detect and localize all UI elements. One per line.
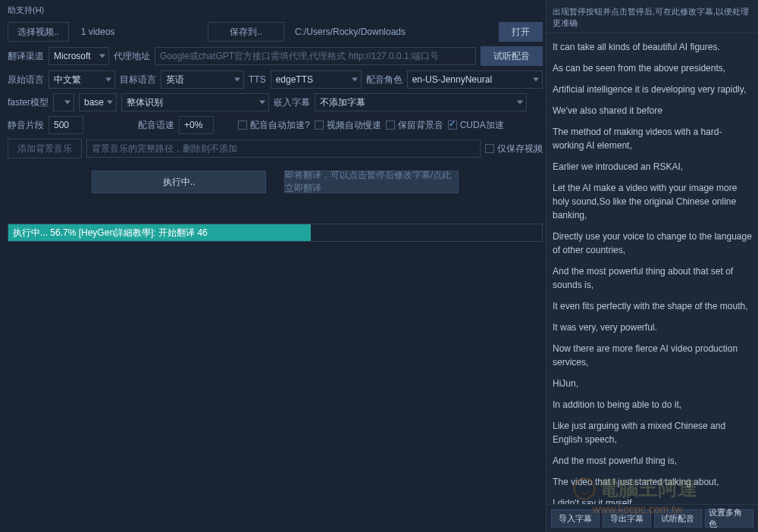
subtitle-line[interactable]: In addition to being able to do it, xyxy=(553,394,752,415)
export-subtitle-button[interactable]: 导出字幕 xyxy=(603,509,651,527)
embed-combo[interactable]: 不添加字幕 xyxy=(315,93,527,111)
tgt-lang-combo[interactable]: 英语 xyxy=(161,70,244,89)
subtitle-line[interactable]: Now there are more fierce AI video produ… xyxy=(553,338,752,373)
add-bgm-button[interactable]: 添加背景音乐 xyxy=(8,139,82,158)
row-options: 静音片段 500 配音语速 +0% 配音自动加速? 视频自动慢速 保留背景音 C… xyxy=(8,116,543,134)
subtitle-line[interactable]: It can take all kinds of beautiful AI fi… xyxy=(553,36,752,58)
auto-voice-speed-checkbox[interactable]: 配音自动加速? xyxy=(238,119,310,132)
subtitle-line[interactable]: And the most powerful thing about that s… xyxy=(553,261,752,296)
chevron-down-icon xyxy=(352,78,358,82)
subtitle-line[interactable]: I didn't say it myself. xyxy=(553,493,752,504)
keep-bg-checkbox[interactable]: 保留背景音 xyxy=(386,119,443,132)
import-subtitle-button[interactable]: 导入字幕 xyxy=(551,509,600,527)
execute-button[interactable]: 执行中.. xyxy=(92,171,266,193)
chevron-down-icon xyxy=(234,78,240,82)
subtitle-line[interactable]: And the most powerful thing is, xyxy=(553,450,752,471)
cuda-checkbox[interactable]: CUDA加速 xyxy=(448,119,504,132)
recog-combo[interactable]: 整体识别 xyxy=(121,93,269,111)
only-save-video-checkbox[interactable]: 仅保存视频 xyxy=(485,142,543,155)
multi-role-button[interactable]: 设置多角色 xyxy=(705,509,753,527)
progress-text: 执行中... 56.7% [HeyGen詳細教學]: 开始翻译 46 xyxy=(8,224,542,241)
model-kind-label: faster模型 xyxy=(8,96,49,109)
chevron-down-icon xyxy=(517,101,523,105)
row-bgm: 添加背景音乐 背景音乐的完整路径，删除则不添加 仅保存视频 xyxy=(8,139,543,158)
save-path: C:/Users/Rocky/Downloads xyxy=(289,27,406,37)
subtitle-line[interactable]: Artificial intelligence it is developing… xyxy=(553,79,752,100)
subtitle-line[interactable]: HiJun, xyxy=(553,373,752,394)
checkbox-icon xyxy=(448,120,457,130)
chevron-down-icon xyxy=(64,101,70,105)
voice-combo[interactable]: en-US-JennyNeural xyxy=(407,70,543,89)
menu-help[interactable]: 助支持(H) xyxy=(8,3,543,22)
test-voice-button-footer[interactable]: 试听配音 xyxy=(654,509,703,527)
pause-translate-button[interactable]: 即将翻译，可以点击暂停后修改字幕/点此立即翻译 xyxy=(284,171,459,193)
subtitle-line[interactable]: It was very, very powerful. xyxy=(553,317,752,338)
subtitle-line[interactable]: It even fits perfectly with the shape of… xyxy=(553,296,752,317)
chevron-down-icon xyxy=(99,55,105,58)
model-combo[interactable]: base xyxy=(79,93,117,111)
silence-label: 静音片段 xyxy=(8,119,44,132)
bgm-path-input[interactable]: 背景音乐的完整路径，删除则不添加 xyxy=(86,139,481,158)
src-lang-combo[interactable]: 中文繁 xyxy=(49,70,115,89)
channel-label: 翻译渠道 xyxy=(8,50,44,63)
tgt-lang-label: 目标语言 xyxy=(120,74,156,86)
checkbox-icon xyxy=(485,144,494,153)
row-channel: 翻译渠道 Microsoft 代理地址 Google或chatGPT官方接口需填… xyxy=(8,46,543,66)
row-video: 选择视频.. 1 videos 保存到.. C:/Users/Rocky/Dow… xyxy=(8,22,543,42)
speed-input[interactable]: +0% xyxy=(179,116,214,134)
open-button[interactable]: 打开 xyxy=(499,22,543,42)
silence-input[interactable]: 500 xyxy=(49,116,83,134)
tts-combo[interactable]: edgeTTS xyxy=(271,70,362,89)
channel-combo[interactable]: Microsoft xyxy=(49,47,109,65)
test-voice-button[interactable]: 试听配音 xyxy=(481,46,543,66)
model-kind-combo[interactable] xyxy=(53,93,74,111)
tts-label: TTS xyxy=(249,74,266,85)
progress-bar: 执行中... 56.7% [HeyGen詳細教學]: 开始翻译 46 xyxy=(8,224,543,242)
subtitle-line[interactable]: Earlier we introduced an RSKAI, xyxy=(553,156,752,177)
subtitle-line[interactable]: Like just arguing with a mixed Chinese a… xyxy=(553,415,752,450)
embed-label: 嵌入字幕 xyxy=(274,96,310,109)
subtitle-line[interactable]: The method of making videos with a hard-… xyxy=(553,121,752,156)
chevron-down-icon xyxy=(105,78,111,82)
speed-label: 配音语速 xyxy=(138,119,174,132)
save-to-button[interactable]: 保存到.. xyxy=(208,22,284,42)
subtitle-line[interactable]: We've also shared it before xyxy=(553,100,752,121)
subtitle-list[interactable]: It can take all kinds of beautiful AI fi… xyxy=(547,33,758,504)
subtitle-line[interactable]: Let the AI make a video with your image … xyxy=(553,177,752,226)
subtitle-line[interactable]: The video that I just started talking ab… xyxy=(553,471,752,493)
row-model: faster模型 base 整体识别 嵌入字幕 不添加字幕 xyxy=(8,93,543,111)
src-lang-label: 原始语言 xyxy=(8,74,44,86)
subtitle-line[interactable]: Directly use your voice to change to the… xyxy=(553,226,752,261)
proxy-label: 代理地址 xyxy=(114,50,150,63)
checkbox-icon xyxy=(238,120,247,130)
video-count: 1 videos xyxy=(81,27,115,37)
row-language: 原始语言 中文繁 目标语言 英语 TTS edgeTTS 配音角色 en-US-… xyxy=(8,70,543,89)
chevron-down-icon xyxy=(533,78,539,82)
checkbox-icon xyxy=(386,120,395,130)
checkbox-icon xyxy=(315,120,324,130)
chevron-down-icon xyxy=(259,101,265,105)
subtitle-panel-hint: 出现暂停按钮并点击暂停后,可在此修改字幕,以便处理更准确 xyxy=(547,0,758,33)
voice-label: 配音角色 xyxy=(366,74,402,86)
proxy-input[interactable]: Google或chatGPT官方接口需填代理,代理格式 http://127.0… xyxy=(155,47,476,65)
chevron-down-icon xyxy=(107,101,113,105)
select-video-button[interactable]: 选择视频.. xyxy=(8,22,69,42)
subtitle-line[interactable]: As can be seen from the above presidents… xyxy=(553,58,752,79)
auto-video-slow-checkbox[interactable]: 视频自动慢速 xyxy=(315,119,381,132)
